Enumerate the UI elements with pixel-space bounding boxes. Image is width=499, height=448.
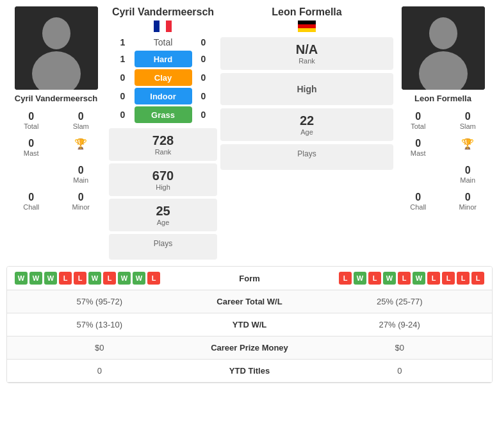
right-stats: N/A Rank High 22 Age Plays xyxy=(220,37,393,173)
player2-plays-box: Plays xyxy=(220,144,393,170)
player2-trophy-cell: 🏆 xyxy=(443,135,493,160)
center-section: Cyril Vandermeersch 1 Total 0 xyxy=(109,6,217,260)
stat-row-center: YTD W/L xyxy=(192,313,307,336)
player1-chall-label: Chall xyxy=(23,203,39,211)
court-row-indoor: 0 Indoor 0 xyxy=(109,88,217,104)
stat-row-left: 57% (13-10) xyxy=(7,313,192,336)
stats-rows: 57% (95-72)Career Total W/L25% (25-77)57… xyxy=(7,290,492,383)
player2-mast-value: 0 xyxy=(415,138,421,149)
total-row: 1 Total 0 xyxy=(117,37,210,47)
form-badge: L xyxy=(457,272,470,285)
svg-point-1 xyxy=(42,17,70,49)
stat-row-right: 25% (25-77) xyxy=(307,290,493,313)
plays-label: Plays xyxy=(114,239,212,248)
player2-chall-cell: 0 Chall xyxy=(393,189,443,213)
form-badge: W xyxy=(383,272,396,285)
trophy-icon-left: 🏆 xyxy=(74,138,87,150)
player2-high-box: High xyxy=(220,73,393,105)
player2-minor-label: Minor xyxy=(459,203,477,211)
player1-total-value: 0 xyxy=(28,111,34,122)
age-value: 25 xyxy=(114,204,212,219)
grass-right-score: 0 xyxy=(197,110,210,120)
player2-stats: 0 Total 0 Slam 0 Mast 🏆 0 Main xyxy=(393,108,493,213)
player1-chall-cell: 0 Chall xyxy=(6,189,56,213)
player1-chall-value: 0 xyxy=(28,192,34,203)
player2-avatar xyxy=(402,6,485,90)
player1-header-name: Cyril Vandermeersch xyxy=(112,6,214,18)
player2-header: Leon Formella xyxy=(220,6,393,32)
hard-left-score: 1 xyxy=(117,54,129,64)
form-badge: W xyxy=(413,272,425,285)
form-badge: W xyxy=(29,272,42,285)
player2-age-value: 22 xyxy=(225,113,388,128)
high-label: High xyxy=(114,183,212,191)
form-badge: L xyxy=(103,272,116,285)
form-badge: L xyxy=(147,272,160,285)
player1-main-label: Main xyxy=(73,176,88,184)
player2-age-label: Age xyxy=(225,128,388,136)
rank-value: 728 xyxy=(114,133,212,148)
player1-flag xyxy=(154,21,172,32)
high-box: 670 High xyxy=(109,163,217,196)
player2-minor-value: 0 xyxy=(465,192,471,203)
player2-name: Leon Formella xyxy=(414,94,471,103)
total-label: Total xyxy=(135,37,192,47)
stat-row-left: $0 xyxy=(7,336,192,359)
court-row-grass: 0 Grass 0 xyxy=(109,106,217,123)
form-badge: W xyxy=(44,272,57,285)
form-badge: L xyxy=(74,272,86,285)
player2-header-name: Leon Formella xyxy=(272,6,341,18)
svg-rect-6 xyxy=(298,21,316,24)
form-badge: L xyxy=(471,272,484,285)
player2-main-value: 0 xyxy=(465,165,471,176)
svg-rect-7 xyxy=(298,24,316,28)
age-label: Age xyxy=(114,219,212,226)
form-badge: L xyxy=(59,272,72,285)
grass-left-score: 0 xyxy=(117,110,129,120)
svg-rect-3 xyxy=(154,21,160,32)
stat-row-left: 57% (95-72) xyxy=(7,290,192,313)
player2-minor-cell: 0 Minor xyxy=(443,189,493,213)
main-container: Cyril Vandermeersch 0 Total 0 Slam 0 Mas… xyxy=(0,0,499,390)
player1-main-value: 0 xyxy=(78,165,84,176)
player2-chall-value: 0 xyxy=(415,192,421,203)
total-left-score: 1 xyxy=(117,37,129,47)
court-row-hard: 1 Hard 0 xyxy=(109,51,217,67)
stat-row-center: Career Total W/L xyxy=(192,290,307,313)
player1-slam-cell: 0 Slam xyxy=(56,108,106,133)
player2-center: Leon Formella N/A Rank High xyxy=(220,6,393,173)
player1-mast-cell: 0 Mast xyxy=(6,135,56,160)
bottom-section: WWWLLWLWWL Form LWLWLWLLLL 57% (95-72)Ca… xyxy=(6,266,493,383)
player1-mast-label: Mast xyxy=(24,149,39,157)
form-badge: W xyxy=(118,272,131,285)
court-comparison: 1 Hard 0 0 Clay 0 0 Indoor 0 0 Grass xyxy=(109,51,217,123)
form-badge: L xyxy=(427,272,440,285)
form-badge: W xyxy=(133,272,145,285)
hard-right-score: 0 xyxy=(197,54,210,64)
player1-name: Cyril Vandermeersch xyxy=(15,94,97,103)
player1-slam-label: Slam xyxy=(73,122,89,130)
player2-card: Leon Formella 0 Total 0 Slam 0 Mast 🏆 xyxy=(393,6,493,213)
stat-row: $0Career Prize Money$0 xyxy=(7,336,492,360)
player2-main-cell: 0 Main xyxy=(443,162,493,187)
stat-row-left: 0 xyxy=(7,360,192,382)
plays-box: Plays xyxy=(109,234,217,260)
indoor-left-score: 0 xyxy=(117,91,129,101)
player2-mast-cell: 0 Mast xyxy=(393,135,443,160)
stat-row-right: 27% (9-24) xyxy=(307,313,493,336)
player1-header: Cyril Vandermeersch xyxy=(112,6,214,32)
player1-form-badges: WWWLLWLWWL xyxy=(15,272,160,285)
player1-stats: 0 Total 0 Slam 0 Mast 🏆 0 Main xyxy=(6,108,106,213)
player1-total-cell: 0 Total xyxy=(6,108,56,133)
age-box: 25 Age xyxy=(109,199,217,231)
clay-left-score: 0 xyxy=(117,72,129,83)
rank-box: 728 Rank xyxy=(109,128,217,161)
player2-slam-value: 0 xyxy=(465,111,471,122)
player1-total-label: Total xyxy=(24,122,38,130)
player2-flag xyxy=(298,21,316,32)
clay-badge: Clay xyxy=(135,69,192,86)
top-section: Cyril Vandermeersch 0 Total 0 Slam 0 Mas… xyxy=(6,6,493,260)
svg-rect-5 xyxy=(166,21,172,32)
svg-rect-4 xyxy=(160,21,166,32)
hard-badge: Hard xyxy=(135,51,192,67)
